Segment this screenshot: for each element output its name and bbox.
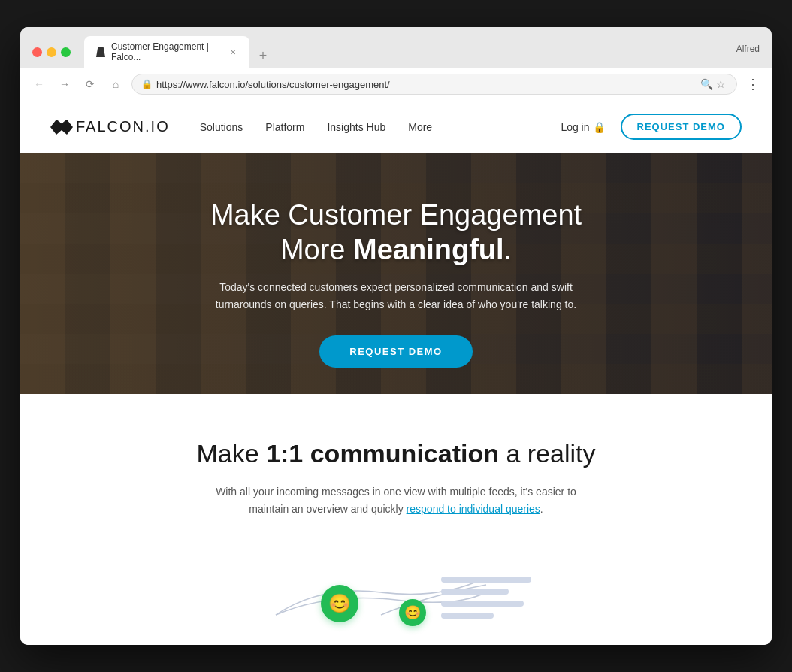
section-subtitle: With all your incoming messages in one v…: [201, 483, 591, 517]
nav-platform[interactable]: Platform: [265, 121, 304, 133]
forward-button[interactable]: →: [55, 74, 74, 94]
hero-content: Make Customer Engagement More Meaningful…: [20, 153, 772, 368]
tab-favicon-icon: [96, 47, 105, 57]
url-text: https://www.falcon.io/solutions/customer…: [156, 79, 390, 90]
emoji-bubble-main: 😊: [321, 585, 358, 622]
chat-line-3: [441, 601, 524, 607]
address-bar: ← → ⟳ ⌂ 🔒 https://www.falcon.io/solution…: [20, 68, 772, 101]
chat-line-1: [441, 577, 531, 583]
browser-user-label: Alfred: [736, 44, 760, 60]
browser-window: Customer Engagement | Falco... ✕ + Alfre…: [20, 27, 772, 645]
browser-menu-button[interactable]: ⋮: [743, 76, 763, 92]
bookmark-icon[interactable]: ☆: [716, 78, 726, 90]
illustration: 😊 😊: [171, 547, 621, 630]
request-demo-button[interactable]: REQUEST DEMO: [621, 114, 742, 140]
traffic-lights: [32, 47, 71, 57]
nav-links: Solutions Platform Insights Hub More: [200, 121, 432, 133]
section-title: Make 1:1 communication a reality: [50, 439, 742, 468]
ssl-lock-icon: 🔒: [141, 79, 153, 89]
login-button[interactable]: Log in 🔒: [561, 121, 605, 133]
chat-lines: [441, 577, 531, 619]
new-tab-button[interactable]: +: [252, 45, 274, 66]
logo-text: FALCON.IO: [76, 118, 170, 135]
falcon-logo-icon: [50, 120, 73, 135]
search-icon[interactable]: 🔍: [700, 78, 713, 90]
lock-icon: 🔒: [593, 121, 606, 133]
hero-subtitle: Today's connected customers expect perso…: [201, 279, 591, 313]
reload-button[interactable]: ⟳: [80, 74, 100, 94]
home-button[interactable]: ⌂: [106, 74, 125, 94]
hero-title: Make Customer Engagement More Meaningful…: [20, 198, 772, 267]
tab-bar: Customer Engagement | Falco... ✕ +: [84, 36, 729, 68]
logo[interactable]: FALCON.IO: [50, 118, 170, 135]
navbar: FALCON.IO Solutions Platform Insights Hu…: [20, 101, 772, 153]
chat-line-2: [441, 589, 509, 595]
hero-section: Make Customer Engagement More Meaningful…: [20, 153, 772, 394]
nav-solutions[interactable]: Solutions: [200, 121, 243, 133]
page-content: FALCON.IO Solutions Platform Insights Hu…: [20, 101, 772, 645]
respond-link[interactable]: respond to individual queries: [407, 503, 540, 515]
back-button[interactable]: ←: [29, 74, 49, 94]
nav-right: Log in 🔒 REQUEST DEMO: [561, 114, 742, 140]
communication-section: Make 1:1 communication a reality With al…: [20, 394, 772, 645]
tab-title: Customer Engagement | Falco...: [111, 41, 222, 62]
maximize-button[interactable]: [61, 47, 71, 57]
tab-close-icon[interactable]: ✕: [228, 47, 237, 57]
url-bar[interactable]: 🔒 https://www.falcon.io/solutions/custom…: [131, 74, 737, 95]
nav-more[interactable]: More: [408, 121, 432, 133]
title-bar: Customer Engagement | Falco... ✕ + Alfre…: [20, 27, 772, 68]
nav-insights-hub[interactable]: Insights Hub: [327, 121, 385, 133]
url-actions: 🔍 ☆: [700, 78, 726, 90]
chat-line-4: [441, 613, 494, 619]
hero-cta-button[interactable]: REQUEST DEMO: [319, 335, 472, 368]
close-button[interactable]: [32, 47, 42, 57]
minimize-button[interactable]: [47, 47, 56, 57]
browser-tab[interactable]: Customer Engagement | Falco... ✕: [84, 36, 249, 68]
emoji-bubble-sm: 😊: [399, 599, 426, 626]
